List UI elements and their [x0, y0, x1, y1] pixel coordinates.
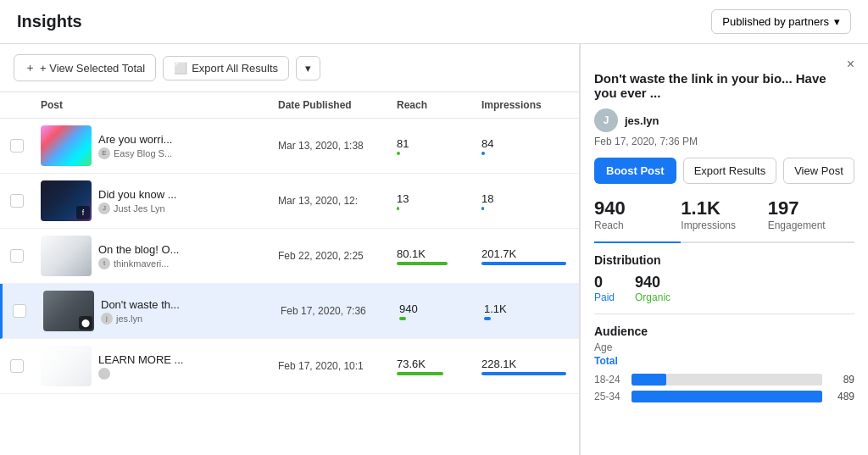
post-title: Are you worri...	[98, 133, 172, 146]
row-checkbox[interactable]	[10, 194, 24, 208]
reach-value: 940	[399, 302, 484, 315]
post-author: E Easy Blog S...	[98, 147, 172, 159]
impressions-cell: 1.1K	[484, 302, 580, 320]
col-reach: Reach	[397, 99, 481, 111]
impressions-value: 1.1K	[681, 197, 767, 219]
view-selected-label: + View Selected Total	[40, 62, 145, 75]
age-count: 489	[829, 391, 854, 402]
reach-cell: 80.1K	[397, 247, 481, 265]
view-post-button[interactable]: View Post	[783, 158, 854, 184]
post-thumbnail	[41, 125, 92, 166]
top-bar: Insights Published by partners ▾	[0, 0, 868, 44]
reach-bar	[399, 317, 406, 320]
view-selected-total-button[interactable]: ＋ + View Selected Total	[14, 54, 156, 81]
engagement-value: 197	[768, 197, 854, 219]
impressions-cell: 201.7K	[481, 247, 580, 265]
right-panel: × Don't waste the link in your bio... Ha…	[580, 44, 868, 455]
impressions-cell: 84	[481, 137, 580, 155]
post-title: LEARN MORE ...	[98, 353, 183, 366]
row-checkbox[interactable]	[10, 249, 24, 263]
impressions-value: 18	[481, 192, 580, 205]
impressions-bar	[481, 262, 566, 265]
avatar: J	[594, 108, 618, 132]
panel-post-title: Don't waste the link in your bio... Have…	[594, 71, 854, 100]
post-cell: LEARN MORE ...	[41, 346, 278, 386]
distribution-section: Distribution 0 Paid 940 Organic Audience…	[594, 253, 854, 402]
author-avatar: j	[101, 313, 113, 325]
post-thumbnail	[41, 346, 92, 386]
impressions-bar	[481, 372, 566, 375]
post-title: Don't waste th...	[101, 298, 180, 311]
main-content: ＋ + View Selected Total ⬜ Export All Res…	[0, 44, 868, 455]
post-title: Did you know ...	[98, 188, 177, 201]
post-info: Did you know ... J Just Jes Lyn	[98, 188, 177, 214]
date-cell: Mar 13, 2020, 12:	[278, 195, 397, 207]
export-all-results-button[interactable]: ⬜ Export All Results	[163, 56, 289, 80]
post-info: LEARN MORE ...	[98, 353, 183, 380]
toolbar: ＋ + View Selected Total ⬜ Export All Res…	[0, 44, 579, 92]
impressions-bar	[481, 152, 485, 155]
platform-icon: f	[76, 206, 90, 219]
organic-label: Organic	[635, 291, 670, 303]
impressions-value: 201.7K	[481, 247, 580, 260]
distribution-row: 0 Paid 940 Organic	[594, 274, 854, 303]
published-by-partners-button[interactable]: Published by partners ▾	[711, 9, 851, 34]
engagement-label: Engagement	[768, 219, 854, 231]
post-cell: Are you worri... E Easy Blog S...	[41, 125, 278, 166]
row-checkbox[interactable]	[10, 139, 24, 153]
reach-bar	[397, 207, 399, 210]
reach-metric[interactable]: 940 Reach	[594, 197, 681, 243]
toolbar-dropdown-button[interactable]: ▾	[296, 56, 320, 80]
age-bar	[632, 391, 822, 402]
post-author: t thinkmaveri...	[98, 258, 179, 269]
author-avatar	[98, 368, 110, 380]
organic-value: 940	[635, 274, 670, 291]
export-results-button[interactable]: Export Results	[683, 158, 777, 184]
impressions-value: 1.1K	[484, 302, 580, 315]
table-row[interactable]: Are you worri... E Easy Blog S... Mar 13…	[0, 119, 579, 174]
engagement-metric[interactable]: 197 Engagement	[768, 197, 854, 231]
impressions-cell: 228.1K	[481, 358, 580, 375]
age-bar-container	[632, 374, 822, 386]
close-button[interactable]: ×	[847, 58, 854, 71]
date-cell: Mar 13, 2020, 1:38	[278, 140, 397, 152]
post-cell: ⬤ Don't waste th... j jes.lyn	[43, 291, 281, 331]
row-checkbox[interactable]	[10, 359, 24, 373]
post-thumbnail: f	[41, 180, 92, 221]
author-avatar: J	[98, 203, 110, 214]
reach-value: 81	[397, 137, 481, 150]
reach-value: 80.1K	[397, 247, 481, 260]
panel-author: J jes.lyn	[594, 108, 854, 132]
reach-bar	[397, 262, 448, 265]
reach-label: Reach	[594, 219, 681, 231]
age-row: 18-24 89	[594, 374, 854, 386]
page-title: Insights	[17, 12, 82, 31]
post-info: On the blog! O... t thinkmaveri...	[98, 243, 179, 269]
impressions-metric[interactable]: 1.1K Impressions	[681, 197, 767, 231]
impressions-label: Impressions	[681, 219, 767, 231]
age-range: 25-34	[594, 391, 625, 402]
export-label: Export All Results	[192, 62, 278, 75]
boost-post-button[interactable]: Boost Post	[594, 158, 676, 184]
post-thumbnail	[41, 236, 92, 276]
reach-value: 13	[397, 192, 481, 205]
age-label: Age	[594, 341, 854, 353]
table-row[interactable]: ⬤ Don't waste th... j jes.lyn Feb 17, 20…	[0, 284, 579, 339]
view-selected-icon: ＋	[25, 60, 36, 75]
row-checkbox[interactable]	[13, 304, 26, 318]
col-post: Post	[41, 99, 278, 111]
table-row[interactable]: On the blog! O... t thinkmaveri... Feb 2…	[0, 229, 579, 284]
divider	[594, 314, 854, 314]
export-icon: ⬜	[174, 62, 187, 75]
panel-date: Feb 17, 2020, 7:36 PM	[594, 136, 854, 147]
impressions-cell: 18	[481, 192, 580, 210]
table-row[interactable]: f Did you know ... J Just Jes Lyn Mar 13…	[0, 174, 579, 229]
post-title: On the blog! O...	[98, 243, 179, 256]
organic-dist: 940 Organic	[635, 274, 670, 303]
dropdown-icon: ▾	[305, 62, 311, 75]
impressions-value: 228.1K	[481, 358, 580, 370]
table-row[interactable]: LEARN MORE ... Feb 17, 2020, 10:1 73.6K …	[0, 339, 579, 394]
chevron-down-icon: ▾	[834, 15, 840, 28]
left-panel: ＋ + View Selected Total ⬜ Export All Res…	[0, 44, 580, 455]
reach-cell: 81	[397, 137, 481, 155]
